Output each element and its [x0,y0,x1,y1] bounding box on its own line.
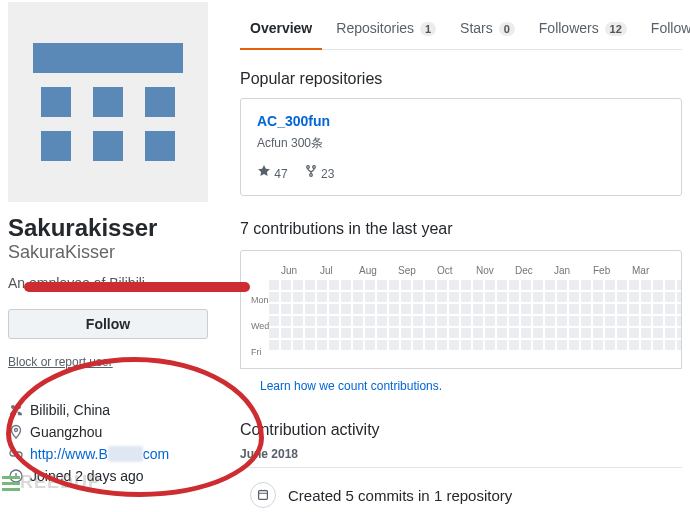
tab-stars[interactable]: Stars 0 [450,8,525,49]
calendar-months: JunJulAugSepOctNovDecJanFebMar [281,265,671,276]
vcard-url: http://www.Bxxxxxcom [8,443,224,465]
svg-point-4 [309,174,312,177]
vcard: Bilibili, China Guangzhou http://www.Bxx… [8,399,224,487]
tab-overview[interactable]: Overview [240,8,322,50]
link-icon [8,446,24,462]
contributions-help-link[interactable]: Learn how we count contributions. [260,379,442,393]
follow-button[interactable]: Follow [8,309,208,339]
svg-point-0 [15,429,18,432]
repo-description: Acfun 300条 [257,135,665,152]
tab-following[interactable]: Following 0 [641,8,690,49]
contributions-heading: 7 contributions in the last year [240,220,682,238]
activity-heading: Contribution activity [240,421,682,439]
vcard-url-link[interactable]: http://www.Bxxxxxcom [30,446,169,462]
location-icon [8,424,24,440]
repo-name-link[interactable]: AC_300fun [257,113,330,129]
activity-item-text: Created 5 commits in 1 repository [288,487,512,504]
contribution-calendar: JunJulAugSepOctNovDecJanFebMar Sun Mon T… [240,250,682,369]
vcard-joined: Joined 2 days ago [8,465,224,487]
vcard-joined-text: Joined 2 days ago [30,468,144,484]
commit-icon [250,482,276,508]
fork-icon [304,164,318,178]
calendar-grid [269,280,682,358]
profile-username: SakuraKisser [8,242,224,263]
svg-point-2 [306,166,309,169]
avatar [8,2,208,202]
profile-bio: An employee of Bilibili [8,275,224,291]
activity-item[interactable]: Created 5 commits in 1 repository [240,482,682,508]
tab-followers[interactable]: Followers 12 [529,8,637,49]
profile-display-name: Sakurakisser [8,214,224,242]
people-icon [8,402,24,418]
svg-point-3 [312,166,315,169]
tab-repositories[interactable]: Repositories 1 [326,8,446,49]
profile-tabs: Overview Repositories 1 Stars 0 Follower… [240,8,682,50]
repo-forks[interactable]: 23 [304,164,335,181]
activity-month: June 2018 [240,447,682,468]
vcard-location: Guangzhou [8,421,224,443]
svg-rect-5 [259,491,268,500]
popular-heading: Popular repositories [240,70,682,88]
block-report-link[interactable]: Block or report user [8,355,113,369]
vcard-location-text: Guangzhou [30,424,102,440]
repo-card[interactable]: AC_300fun Acfun 300条 47 23 [240,98,682,196]
clock-icon [8,468,24,484]
vcard-company: Bilibili, China [8,399,224,421]
vcard-company-text: Bilibili, China [30,402,110,418]
star-icon [257,164,271,178]
repo-stars[interactable]: 47 [257,164,288,181]
